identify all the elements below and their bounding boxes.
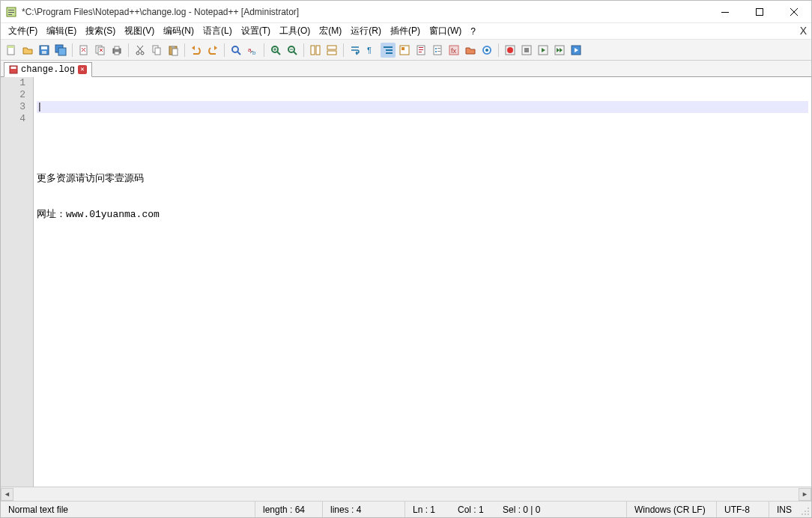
svg-line-39 [277,52,280,55]
line-number-gutter: 1 2 3 4 [1,77,34,487]
menu-file[interactable]: 文件(F) [4,23,42,39]
status-bar: Normal text file length : 64 lines : 4 L… [1,501,811,517]
svg-rect-51 [386,49,393,51]
svg-rect-9 [7,46,14,48]
svg-point-78 [805,514,806,515]
window-minimize-button[interactable] [708,1,742,23]
toolbar-record-icon[interactable] [503,43,518,58]
scroll-right-button[interactable]: ► [799,488,811,501]
toolbar-print-icon[interactable] [109,43,124,58]
toolbar-folder-icon[interactable] [463,43,478,58]
status-lines: lines : 4 [323,502,405,517]
status-ins[interactable]: INS [769,502,799,517]
toolbar-redo-icon[interactable] [205,43,220,58]
horizontal-scrollbar[interactable]: ◄ ► [1,487,811,501]
toolbar-new-icon[interactable] [4,43,19,58]
toolbar-replace-icon[interactable]: ab [245,43,260,58]
svg-point-81 [805,511,806,512]
svg-point-34 [232,46,238,52]
svg-rect-54 [402,47,405,50]
svg-rect-52 [386,52,393,54]
status-encoding[interactable]: UTF-8 [717,502,769,517]
menu-run[interactable]: 运行(R) [346,23,386,39]
menu-search[interactable]: 搜索(S) [81,23,120,39]
svg-line-43 [294,52,297,55]
status-col: Col : 1 [450,502,495,517]
svg-rect-47 [327,46,336,49]
menu-view[interactable]: 视图(V) [120,23,159,39]
menu-help[interactable]: ? [466,25,480,38]
svg-rect-45 [311,46,315,55]
svg-rect-19 [98,47,104,55]
svg-rect-1 [8,10,14,10]
status-eol[interactable]: Windows (CR LF) [627,502,717,517]
menu-bar: 文件(F) 编辑(E) 搜索(S) 视图(V) 编码(N) 语言(L) 设置(T… [1,23,811,40]
scroll-left-button[interactable]: ◄ [1,488,13,501]
menu-encoding[interactable]: 编码(N) [159,23,199,39]
toolbar-copy-icon[interactable] [149,43,164,58]
toolbar-allchars-icon[interactable]: ¶ [364,43,379,58]
svg-rect-24 [115,52,119,55]
svg-rect-11 [41,46,47,49]
toolbar-doclist-icon[interactable] [430,43,445,58]
svg-rect-76 [11,67,16,69]
toolbar-separator [72,43,73,57]
toolbar-stop-icon[interactable] [519,43,534,58]
toolbar-paste-icon[interactable] [166,43,181,58]
svg-line-27 [138,46,143,52]
menu-plugins[interactable]: 插件(P) [386,23,425,39]
toolbar-wordwrap-icon[interactable] [348,43,363,58]
line-number: 1 [1,77,25,89]
toolbar-separator [303,43,304,57]
toolbar-separator [498,43,499,57]
svg-text:¶: ¶ [367,46,372,55]
tab-current[interactable]: change.log ✕ [4,62,92,77]
menu-close-x[interactable]: X [800,25,807,37]
menu-language[interactable]: 语言(L) [199,23,237,39]
toolbar-open-icon[interactable] [20,43,35,58]
toolbar-save-macro-icon[interactable] [569,43,584,58]
svg-line-35 [237,52,240,55]
menu-window[interactable]: 窗口(W) [425,23,466,39]
svg-rect-2 [8,12,14,13]
toolbar-save-icon[interactable] [37,43,52,58]
status-length: length : 64 [255,502,323,517]
scroll-track[interactable] [13,488,799,501]
svg-rect-46 [316,46,320,55]
toolbar-userlang-icon[interactable] [397,43,412,58]
tab-close-icon[interactable]: ✕ [78,65,87,74]
toolbar-sync-h-icon[interactable] [324,43,339,58]
svg-rect-32 [172,46,175,48]
toolbar-undo-icon[interactable] [189,43,204,58]
toolbar-separator [224,43,225,57]
toolbar-indent-guide-icon[interactable] [381,43,396,58]
menu-settings[interactable]: 设置(T) [237,23,275,39]
code-editor[interactable]: 更多资源请访问零壹源码 网址：www.01yuanma.com [34,77,811,487]
toolbar-docmap-icon[interactable] [413,43,428,58]
window-maximize-button[interactable] [742,1,777,23]
toolbar-cut-icon[interactable] [133,43,148,58]
toolbar-zoom-in-icon[interactable] [268,43,283,58]
toolbar-play-icon[interactable] [536,43,551,58]
status-sel: Sel : 0 | 0 [495,502,627,517]
toolbar-close-icon[interactable] [76,43,91,58]
toolbar-separator [184,43,185,57]
resize-grip[interactable] [799,502,811,517]
menu-tools[interactable]: 工具(O) [275,23,315,39]
toolbar-close-all-icon[interactable] [93,43,108,58]
svg-rect-58 [419,52,422,52]
menu-edit[interactable]: 编辑(E) [42,23,81,39]
toolbar-zoom-out-icon[interactable] [285,43,300,58]
toolbar-monitor-icon[interactable] [479,43,494,58]
toolbar-funclist-icon[interactable]: fx [446,43,461,58]
toolbar-save-all-icon[interactable] [53,43,68,58]
svg-point-26 [141,52,144,55]
menu-macro[interactable]: 宏(M) [315,23,346,39]
svg-rect-5 [757,8,763,15]
toolbar-fastfwd-icon[interactable] [552,43,567,58]
toolbar-find-icon[interactable] [228,43,243,58]
line-number: 4 [1,113,25,125]
window-close-button[interactable] [777,1,811,23]
toolbar-sync-v-icon[interactable] [308,43,323,58]
svg-line-28 [137,46,142,52]
